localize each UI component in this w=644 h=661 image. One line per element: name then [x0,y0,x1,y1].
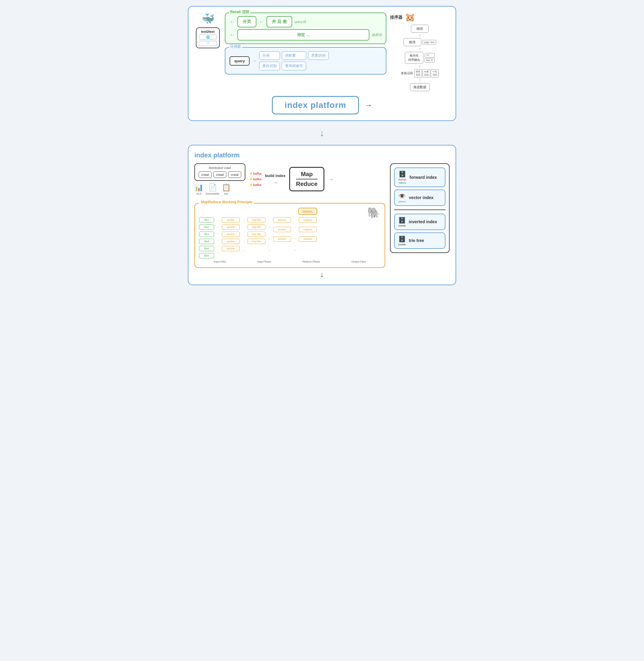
phone-label: text2text [199,30,217,33]
query-section: 分词器 query → 分词 词权重 意图识别 类目识别 查询词改写 [225,47,386,74]
worker-box-4: worker [222,239,240,244]
arrow-left-green2: ← [230,32,235,38]
file-tag-2: file2 [199,225,214,230]
build-index-label: build index [265,173,285,179]
reduce-worker-2: worker [273,227,291,232]
index-platform-box: index platform [272,96,359,114]
recall-label: Recall 召回 [229,9,250,15]
file-xls: 📊 XLS [194,183,203,195]
arrow-to-sorter: → [365,101,372,109]
tuijian-label: 推荐词 [372,33,382,37]
tag-chaxun: 查询词改写 [282,62,306,70]
main-container: 🐳 text2text 🌐 📄 Recall 召回 [188,6,456,285]
query-content: query → 分词 词权重 意图识别 类目识别 查询词改写 [230,51,382,70]
sorter-title: 排序器 🐹 [390,13,450,22]
tmp-box-2: tmp file [248,225,266,230]
crawl-node-1: crwal [199,171,212,178]
kafka-logo-3: ⚡kafka [249,183,261,187]
mapreduce-principle: MapReduce Working Principle 🐘 master fil… [194,203,385,268]
sorter-column: 细排 ↑ 粗排 page rank ↑ 相关性 排序融合 [390,25,450,91]
haixuan-box: 海选数据 [410,83,430,91]
csv-label: csv [222,192,231,195]
arrow-right-green1: ← [259,19,264,25]
bottom-section: index platform distribution crawl crwal … [188,145,456,285]
top-section: 🐳 text2text 🌐 📄 Recall 召回 [188,6,456,121]
tag-yitu: 意图识别 [308,51,329,60]
bottom-left-col: distribution crawl crwal crwal crwal 📊 X… [194,163,385,268]
worker-box-3: worker [222,232,240,237]
xls-label: XLS [194,192,203,195]
xls-icon: 📊 [194,183,203,192]
mr-outputs: output1 output2 output2 [299,217,317,242]
map-text: Map [296,171,318,180]
phase-reduce: Reduce Phase [302,260,320,263]
go-gopher-icon: 🐹 [405,13,415,22]
top-data-row: distribution crawl crwal crwal crwal 📊 X… [194,163,385,195]
kafka-item-2: ⚡kafka [249,177,261,181]
worker-box-2: worker [222,225,240,230]
hadoop-elephant-icon: 🐘 [367,207,381,219]
mr-tmp: tmp file tmp file tmp file tmp file [248,217,266,244]
inverted-index-box: 🗄️ boltdb inverted index [394,214,445,230]
gexing-badge: 个性召回 [431,69,439,77]
reduce-worker-1: worker [273,217,291,222]
mr-inner: file1 file2 file3 file4 file5 file6 → → … [199,217,381,258]
worker-box-5: worker [222,246,240,251]
tag-leimu: 类目识别 [259,62,280,70]
arrow-right-blue: → [252,58,257,64]
mapreduce-box: Map Reduce [289,167,324,191]
kafka-item-3: ⚡kafka [249,183,261,187]
sorter-title-text: 排序器 [390,15,402,20]
file-tag-6: file6 [199,253,214,258]
bottom-main: distribution crawl crwal crwal crwal 📊 X… [194,163,450,268]
arrow-to-index: → [328,176,334,183]
mr-files: file1 file2 file3 file4 file5 file6 [199,217,214,258]
boltdb-label-1: boltdb [398,225,406,227]
build-map-col: build index → [265,173,285,185]
chain-arrow3: ↑ [419,64,421,69]
docker-whale-icon: 🐳 [201,13,215,25]
milvus-icon: 👁️ [398,192,406,200]
kafka-item-1: ⚡kafka [249,172,261,175]
crawl-title: distribution crawl [199,166,241,170]
xi-pai-box: 细排 [411,25,429,33]
phone-box: text2text 🌐 📄 [196,27,220,48]
query-ci-label: query词 [295,20,306,24]
vector-index-label: vector index [409,195,433,200]
phone-icon-doc: 📄 [199,41,217,46]
fenye-box: 分页 [237,16,256,27]
sorter-area: 排序器 🐹 细排 ↑ 粗排 page rank [390,13,450,91]
phase-map: Map Phase [258,260,271,263]
arrow-left-green: ← [230,19,235,25]
crawl-node-2: crwal [213,171,227,178]
worker-box-1: worker [222,217,240,222]
worker-arrows: → → → → [242,217,245,256]
forward-index-box: 🗄️ MySQL HBase forward index [394,167,445,187]
chain-arrow4: ↑ [419,78,421,82]
page-rank-badge: page rank [422,40,436,44]
tag-ciquan: 词权重 [282,51,306,60]
doc-label: Documents [206,192,220,195]
recall-box: Recall 召回 ← 分页 ← 并 且 差 query词 ← [225,13,386,44]
file-tag-3: file3 [199,232,214,237]
file-csv: 📋 csv [222,183,231,195]
xi-pai-item: 细排 [411,25,429,33]
tmp-box-3: tmp file [248,232,266,237]
output-box-1: output1 [299,217,317,222]
xiangguan-item: 相关性 排序融合 TF BM 25 [405,52,434,64]
phone-area: 🐳 text2text 🌐 📄 [194,13,221,91]
mr-down-arrow-icon: ↓ [320,270,324,279]
xiangliang-badge: 向量召回 [422,69,430,77]
file-arrows: → → → → → → [216,217,220,256]
chain-arrow2: ↑ [419,47,421,51]
mr-workers: worker worker worker worker worker [222,217,240,251]
duolu-label: 多路召回 [401,71,413,75]
reduce-arrows: → → → [293,217,296,256]
reduce-text: Reduce [296,181,318,187]
recall-row1: ← 分页 ← 并 且 差 query词 [230,16,382,27]
tmp-box-4: tmp file [248,239,266,244]
crawl-nodes: crwal crwal crwal [199,171,241,178]
mr-down-arrow: ↓ [194,270,450,279]
query-keyword: query [230,56,250,66]
recall-row2: ← 待定 ... 推荐词 [230,29,382,41]
